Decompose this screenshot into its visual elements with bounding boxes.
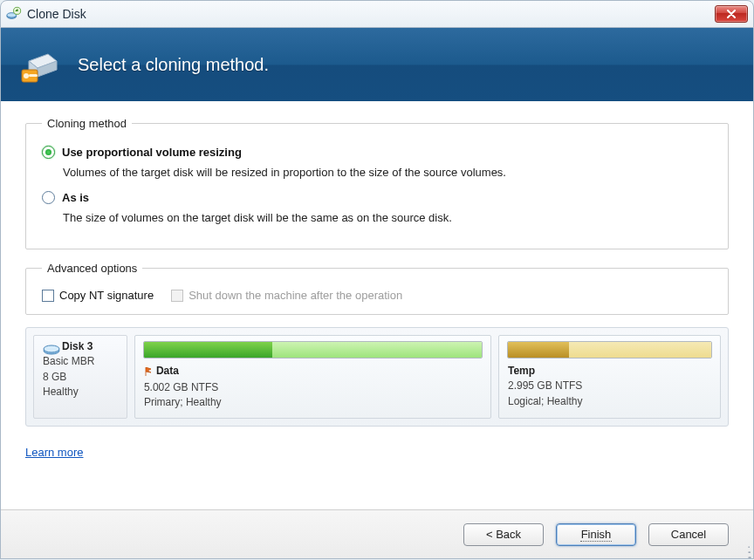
learn-more-link[interactable]: Learn more — [25, 446, 83, 459]
content-area: Cloning method Use proportional volume r… — [0, 101, 754, 559]
flag-icon — [144, 367, 153, 376]
disk-info: Disk 3 Basic MBR 8 GB Healthy — [33, 335, 127, 419]
svg-point-7 — [24, 73, 29, 79]
radio-proportional[interactable]: Use proportional volume resizing — [42, 146, 712, 159]
wizard-title: Select a cloning method. — [78, 55, 269, 75]
radio-icon — [42, 191, 55, 204]
partition-name: Temp — [508, 364, 535, 379]
cancel-button[interactable]: Cancel — [648, 523, 729, 546]
svg-rect-8 — [29, 74, 38, 77]
radio-asis-label: As is — [62, 191, 89, 204]
finish-button[interactable]: Finish — [556, 523, 636, 546]
radio-asis-desc: The size of volumes on the target disk w… — [63, 211, 712, 224]
partition-size: 2.995 GB NTFS — [508, 379, 711, 393]
advanced-options-legend: Advanced options — [42, 262, 142, 275]
checkbox-icon — [42, 290, 54, 302]
partition-name: Data — [156, 364, 179, 379]
back-button[interactable]: < Back — [463, 523, 544, 546]
cloning-method-group: Cloning method Use proportional volume r… — [25, 117, 729, 249]
cancel-button-label: Cancel — [671, 528, 706, 541]
checkbox-icon — [171, 290, 183, 302]
partition-name-row: Data — [144, 364, 179, 379]
titlebar: Clone Disk — [0, 0, 754, 28]
close-icon — [726, 10, 737, 18]
partition-status: Primary; Healthy — [144, 395, 482, 410]
wizard-icon — [20, 44, 62, 85]
partition-data[interactable]: Data 5.002 GB NTFS Primary; Healthy — [134, 335, 491, 419]
partition-size: 5.002 GB NTFS — [144, 380, 482, 395]
disk-size: 8 GB — [43, 370, 118, 385]
partition-usage-bar — [143, 341, 483, 359]
wizard-footer: < Back Finish Cancel ...... — [1, 509, 753, 558]
disk-scheme: Basic MBR — [43, 354, 118, 369]
disk-status: Healthy — [43, 385, 118, 400]
close-button[interactable] — [715, 5, 748, 23]
checkbox-shutdown: Shut down the machine after the operatio… — [171, 289, 402, 302]
checkbox-copy-nt[interactable]: Copy NT signature — [42, 289, 154, 302]
checkbox-copy-nt-label: Copy NT signature — [59, 289, 154, 302]
disk-icon — [43, 343, 60, 355]
radio-icon — [42, 146, 55, 159]
radio-proportional-label: Use proportional volume resizing — [62, 146, 242, 159]
back-button-label: < Back — [486, 528, 521, 541]
disk-layout-panel: Disk 3 Basic MBR 8 GB Healthy Data 5.002… — [25, 327, 729, 427]
disk-name: Disk 3 — [62, 339, 118, 354]
svg-point-10 — [44, 345, 59, 352]
window-title: Clone Disk — [27, 7, 86, 21]
radio-asis[interactable]: As is — [42, 191, 712, 204]
advanced-options-group: Advanced options Copy NT signature Shut … — [25, 262, 729, 315]
wizard-header: Select a cloning method. — [0, 28, 754, 101]
partition-usage-bar — [507, 341, 712, 359]
checkbox-shutdown-label: Shut down the machine after the operatio… — [188, 289, 402, 302]
app-icon — [6, 6, 22, 22]
partition-temp[interactable]: Temp 2.995 GB NTFS Logical; Healthy — [498, 335, 721, 419]
partition-status: Logical; Healthy — [508, 394, 711, 409]
cloning-method-legend: Cloning method — [42, 117, 132, 130]
finish-button-label: Finish — [580, 528, 613, 542]
radio-proportional-desc: Volumes of the target disk will be resiz… — [63, 166, 712, 179]
resize-grip-icon[interactable]: ...... — [747, 541, 750, 557]
